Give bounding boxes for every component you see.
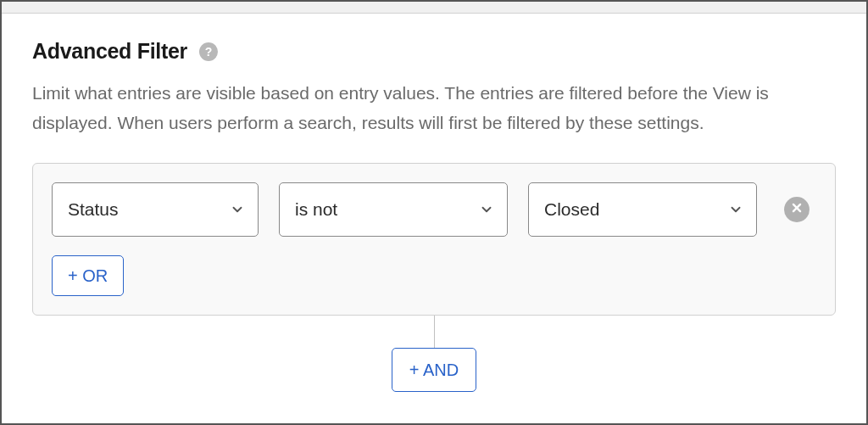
close-icon bbox=[791, 202, 803, 217]
remove-row-button[interactable] bbox=[784, 197, 810, 222]
page-title: Advanced Filter bbox=[32, 39, 187, 64]
filter-row: Status is not Closed bbox=[52, 182, 816, 237]
add-or-label: + OR bbox=[68, 266, 108, 286]
description-text: Limit what entries are visible based on … bbox=[32, 79, 836, 137]
operator-select[interactable]: is not bbox=[279, 182, 508, 237]
add-or-button[interactable]: + OR bbox=[52, 255, 124, 296]
header-row: Advanced Filter ? bbox=[32, 39, 836, 64]
add-and-button[interactable]: + AND bbox=[392, 348, 476, 392]
value-select[interactable]: Closed bbox=[528, 182, 757, 237]
help-icon[interactable]: ? bbox=[199, 42, 218, 61]
operator-select-value: is not bbox=[279, 182, 508, 237]
filter-group: Status is not Closed bbox=[32, 163, 836, 316]
help-icon-glyph: ? bbox=[205, 45, 213, 59]
add-and-label: + AND bbox=[409, 361, 459, 380]
value-select-value: Closed bbox=[528, 182, 757, 237]
field-select-value: Status bbox=[52, 182, 259, 237]
connector-line bbox=[434, 316, 435, 348]
advanced-filter-panel: Advanced Filter ? Limit what entries are… bbox=[2, 14, 866, 392]
field-select[interactable]: Status bbox=[52, 182, 259, 237]
and-connector: + AND bbox=[32, 316, 836, 392]
top-bar bbox=[2, 2, 866, 14]
